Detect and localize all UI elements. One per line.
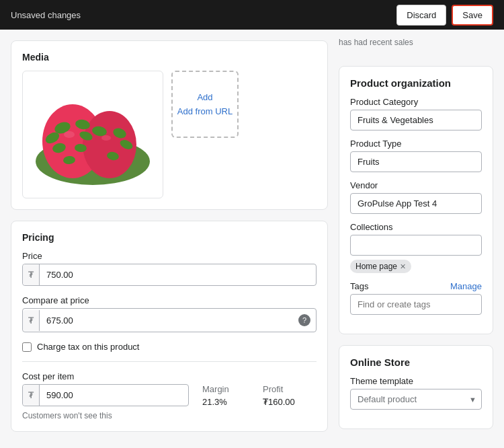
cost-input[interactable] — [40, 385, 188, 406]
recent-sales-note: has had recent sales — [339, 35, 493, 55]
collections-group: Collections Home page ✕ — [350, 222, 482, 273]
add-from-url-link[interactable]: Add from URL — [177, 106, 233, 116]
save-button[interactable]: Save — [452, 5, 493, 26]
category-label: Product Category — [350, 97, 482, 107]
compare-input-wrapper: ₮ ? — [22, 308, 317, 332]
right-column: has had recent sales Product organizatio… — [339, 35, 493, 432]
product-org-card: Product organization Product Category Pr… — [339, 66, 493, 334]
type-label: Product Type — [350, 139, 482, 149]
cost-input-col: ₮ — [22, 384, 189, 406]
theme-group: Theme template Default product ▼ — [350, 376, 482, 410]
vendor-input[interactable] — [350, 193, 482, 214]
compare-prefix: ₮ — [23, 310, 40, 331]
category-input[interactable] — [350, 110, 482, 130]
vendor-label: Vendor — [350, 180, 482, 190]
home-page-tag: Home page ✕ — [350, 260, 411, 273]
price-prefix: ₮ — [23, 264, 40, 285]
price-input[interactable] — [40, 264, 316, 285]
tags-group: Tags Manage — [350, 281, 482, 315]
cost-label: Cost per item — [22, 371, 317, 381]
type-input[interactable] — [350, 151, 482, 172]
price-group: Price ₮ — [22, 251, 317, 286]
price-input-wrapper: ₮ — [22, 264, 317, 286]
profit-value: ₮160.00 — [263, 397, 317, 407]
compare-label: Compare at price — [22, 295, 317, 305]
cost-section: Cost per item ₮ Margin 21.3% — [22, 361, 317, 420]
cost-row: ₮ Margin 21.3% Profit ₮160.00 — [22, 384, 317, 407]
top-bar: Unsaved changes Discard Save — [0, 0, 504, 30]
tag-chip-label: Home page — [355, 262, 397, 271]
cost-group: Cost per item ₮ Margin 21.3% — [22, 371, 317, 420]
cost-prefix: ₮ — [23, 385, 40, 406]
media-title: Media — [22, 52, 317, 63]
online-store-title: Online Store — [350, 357, 482, 368]
margin-label: Margin — [202, 384, 249, 394]
type-group: Product Type — [350, 139, 482, 172]
pricing-card: Pricing Price ₮ Compare at price ₮ ? — [11, 221, 328, 432]
price-label: Price — [22, 251, 317, 261]
media-add-box[interactable]: Add Add from URL — [171, 71, 239, 138]
theme-select-wrapper: Default product ▼ — [350, 389, 482, 410]
tags-label: Tags — [350, 281, 368, 291]
theme-select[interactable]: Default product — [350, 389, 482, 410]
top-bar-actions: Discard Save — [396, 5, 493, 26]
compare-group: Compare at price ₮ ? — [22, 295, 317, 332]
tax-label: Charge tax on this product — [37, 342, 139, 352]
svg-point-15 — [101, 135, 111, 141]
category-group: Product Category — [350, 97, 482, 130]
remove-tag-button[interactable]: ✕ — [400, 262, 406, 271]
collections-label: Collections — [350, 222, 482, 232]
left-column: Media — [11, 40, 328, 432]
vendor-group: Vendor — [350, 180, 482, 214]
page-content: Media — [0, 30, 504, 443]
tags-header: Tags Manage — [350, 281, 482, 291]
tax-checkbox[interactable] — [22, 342, 32, 352]
collections-input[interactable] — [350, 235, 482, 256]
add-link[interactable]: Add — [197, 92, 212, 102]
svg-point-14 — [64, 131, 75, 138]
org-title: Product organization — [350, 77, 482, 89]
unsaved-changes-title: Unsaved changes — [11, 10, 81, 20]
media-card: Media — [11, 40, 328, 210]
compare-input[interactable] — [40, 310, 293, 331]
cost-input-wrapper: ₮ — [22, 384, 189, 406]
tags-input[interactable] — [350, 294, 482, 315]
dragon-fruit-image — [32, 81, 153, 188]
margin-col: Margin 21.3% — [202, 384, 249, 407]
media-grid: Add Add from URL — [22, 71, 317, 198]
profit-col: Profit ₮160.00 — [263, 384, 317, 407]
margin-value: 21.3% — [202, 397, 249, 407]
help-icon[interactable]: ? — [298, 314, 310, 326]
tax-checkbox-row: Charge tax on this product — [22, 342, 317, 352]
profit-label: Profit — [263, 384, 317, 394]
media-image-box — [22, 71, 163, 198]
question-icon[interactable]: ? — [293, 309, 316, 332]
online-store-card: Online Store Theme template Default prod… — [339, 345, 493, 429]
pricing-title: Pricing — [22, 232, 317, 243]
theme-label: Theme template — [350, 376, 482, 386]
cost-hint: Customers won't see this — [22, 411, 317, 420]
manage-tags-link[interactable]: Manage — [450, 281, 482, 291]
discard-button[interactable]: Discard — [396, 5, 446, 26]
